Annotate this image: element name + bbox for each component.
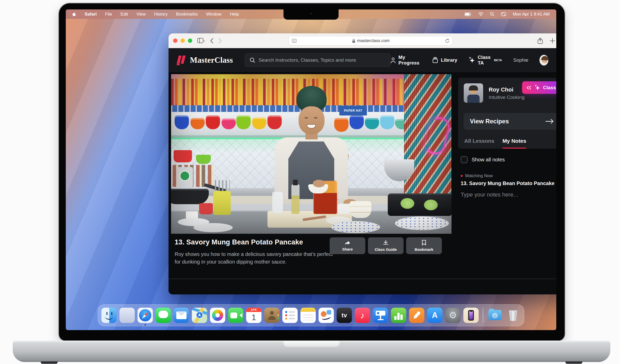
zoom-window-button[interactable] (188, 38, 192, 43)
dock-icon-music[interactable]: ♪ (355, 308, 370, 323)
nav-library-label: Library (441, 57, 457, 63)
arrow-right-icon (545, 119, 554, 124)
menu-item-window[interactable]: Window (206, 12, 221, 17)
notes-input[interactable]: Type your notes here... (461, 191, 556, 198)
share-button-label: Share (342, 247, 353, 251)
lock-icon (352, 39, 355, 43)
rubber-foot (565, 361, 582, 364)
dock-divider (483, 308, 483, 323)
nav-library[interactable]: Library (432, 57, 457, 63)
site-search-input[interactable]: Search Instructors, Classes, Topics and … (245, 54, 390, 67)
masterclass-logo-text: MasterClass (190, 56, 233, 65)
dock-icon-iphone-mirroring[interactable] (463, 308, 479, 323)
menu-item-safari[interactable]: Safari (85, 12, 97, 17)
dock-icon-launchpad[interactable] (120, 308, 135, 323)
display-notch (283, 9, 339, 20)
apple-menu-icon[interactable] (72, 12, 76, 17)
dock-icon-notes[interactable] (301, 308, 316, 323)
forward-button-icon[interactable] (218, 38, 222, 44)
close-window-button[interactable] (173, 38, 177, 43)
sidebar-tabs: All Lessons My Notes (464, 138, 526, 149)
instructor-name: Roy Choi (489, 86, 524, 93)
spotlight-search-icon[interactable] (490, 12, 494, 16)
tab-my-notes[interactable]: My Notes (502, 138, 526, 149)
nav-class-ta[interactable]: Class TA BETA (469, 55, 502, 66)
menu-bar-clock[interactable]: Mon Apr 1 9:41 AM (513, 12, 550, 17)
minimize-window-button[interactable] (180, 38, 185, 43)
dock-icon-mail[interactable] (174, 308, 189, 323)
download-icon (383, 240, 389, 245)
dock-icon-reminders[interactable] (282, 308, 298, 323)
dock-icon-safari[interactable] (138, 308, 153, 323)
dock-icon-pages[interactable] (409, 308, 424, 323)
window-controls (173, 38, 192, 43)
watching-now-dot (461, 175, 463, 177)
masterclass-logo[interactable]: MasterClass (176, 55, 233, 66)
dock-icon-downloads[interactable]: ↓ (487, 308, 503, 323)
dock-icon-finder[interactable] (101, 308, 117, 323)
new-tab-icon[interactable] (550, 38, 555, 44)
battery-icon[interactable] (465, 12, 472, 16)
masterclass-logo-icon (176, 55, 186, 66)
dock-icon-facetime[interactable] (228, 308, 243, 323)
paper-hat-sticker: PAPER HAT (339, 106, 367, 115)
reload-icon[interactable] (445, 38, 449, 43)
menu-item-bookmarks[interactable]: Bookmarks (176, 12, 198, 17)
macbook-base (13, 341, 610, 362)
share-arrow-icon (344, 240, 351, 245)
macbook: Safari File Edit View History Bookmarks … (58, 3, 565, 342)
show-all-notes-checkbox[interactable] (461, 156, 468, 163)
dock-icon-numbers[interactable] (391, 308, 406, 323)
page-canvas: Safari File Edit View History Bookmarks … (0, 0, 619, 364)
camera-icon (310, 12, 312, 15)
dock-icon-trash[interactable] (506, 308, 521, 323)
class-guide-button[interactable]: Class Guide (368, 237, 404, 254)
bookmark-button[interactable]: Bookmark (406, 237, 442, 254)
share-button[interactable]: Share (330, 237, 365, 254)
dock-icon-messages[interactable] (156, 308, 171, 323)
nav-my-progress[interactable]: My Progress (390, 55, 421, 66)
avatar[interactable] (539, 55, 548, 66)
library-icon (432, 57, 438, 63)
watching-now-label: Watching Now (465, 173, 493, 178)
address-bar[interactable]: masterclass.com (289, 36, 453, 46)
dock-icon-freeform[interactable] (319, 308, 334, 323)
dock-icon-contacts[interactable] (264, 308, 280, 323)
rubber-foot (41, 361, 58, 364)
back-button-icon[interactable] (210, 38, 213, 44)
video-player[interactable]: PAPER HAT (171, 74, 452, 234)
show-all-notes-label: Show all notes (472, 157, 505, 163)
collapse-chevrons-icon (526, 86, 532, 90)
dock-icon-app-store[interactable]: A (427, 308, 443, 323)
view-recipes-button[interactable]: View Recipes (464, 113, 556, 130)
dock-icon-calendar[interactable]: APR 1 (246, 308, 262, 323)
wifi-icon[interactable] (478, 12, 483, 16)
share-icon[interactable] (537, 37, 543, 44)
lesson-title: 13. Savory Mung Bean Potato Pancake (175, 238, 340, 246)
nav-class-ta-label: Class TA (478, 55, 491, 66)
dock-icon-keynote[interactable] (373, 308, 388, 323)
notes-lesson-title: 13. Savory Mung Bean Potato Pancake (461, 180, 556, 186)
menu-item-history[interactable]: History (154, 12, 168, 17)
tab-all-lessons[interactable]: All Lessons (464, 138, 494, 149)
class-ta-button[interactable]: Class TA (522, 81, 556, 94)
user-name[interactable]: Sophie (513, 57, 528, 63)
dock-icon-apple-tv[interactable]: tv (337, 308, 352, 323)
dock-icon-system-settings[interactable]: ⚙ (445, 308, 461, 323)
nav-my-progress-label: My Progress (398, 55, 421, 66)
reader-icon[interactable] (292, 39, 296, 43)
masterclass-main: PAPER HAT (169, 72, 556, 294)
dock-icon-photos[interactable] (210, 308, 225, 323)
dock-icon-maps[interactable] (192, 308, 207, 323)
content-divider (169, 279, 556, 279)
menu-item-view[interactable]: View (136, 12, 146, 17)
safari-toolbar: masterclass.com (169, 33, 556, 48)
menu-item-file[interactable]: File (105, 12, 112, 17)
class-sidebar-panel: Roy Choi Intuitive Cooking Class TA (458, 78, 556, 149)
menu-item-help[interactable]: Help (230, 12, 239, 17)
control-center-icon[interactable] (501, 12, 506, 16)
search-icon (250, 57, 255, 63)
sidebar-toggle-icon[interactable] (197, 38, 205, 44)
url-text: masterclass.com (357, 38, 390, 43)
menu-item-edit[interactable]: Edit (121, 12, 128, 17)
